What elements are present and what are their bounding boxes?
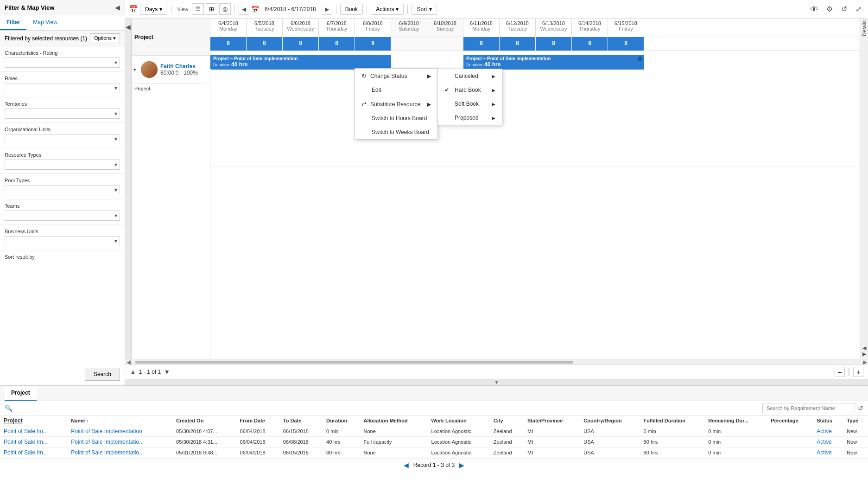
h-scrollbar[interactable]: ◀ ▶ <box>125 359 868 364</box>
filter-org-units-select[interactable] <box>5 134 120 144</box>
next-date-button[interactable]: ▶ <box>322 4 332 15</box>
bottom-search-icon-button[interactable]: 🔍 <box>5 404 13 412</box>
zoom-out-btn[interactable]: – <box>835 367 845 377</box>
resource-row-toggle[interactable]: ▾ <box>132 56 138 83</box>
row-1-name-link[interactable]: Point of Sale Implementatio... <box>71 439 144 445</box>
filter-roles-select[interactable] <box>5 83 120 93</box>
submenu-hard-book[interactable]: ✔ Hard Book ▶ <box>438 83 502 97</box>
hour-cell-10: 8 <box>572 37 608 51</box>
bottom-panel-toggle[interactable]: ▼ <box>125 379 868 385</box>
submenu-proposed[interactable]: Proposed ▶ <box>438 111 502 125</box>
sort-button[interactable]: Sort ▾ <box>412 4 437 15</box>
date-col-1: 6/5/2018 Tuesday <box>247 19 283 37</box>
filter-pool-types-select[interactable] <box>5 185 120 195</box>
filter-teams-select[interactable] <box>5 211 120 221</box>
col-country[interactable]: Country/Region <box>580 415 640 426</box>
menu-item-change-status[interactable]: ↻ Change Status ▶ Canceled ▶ ✔ Hard Book… <box>355 69 437 83</box>
search-button[interactable]: Search <box>85 368 120 381</box>
date-col-11: 6/15/2018 Friday <box>608 19 644 37</box>
col-type[interactable]: Type <box>843 415 868 426</box>
filter-business-units-select[interactable] <box>5 236 120 246</box>
row-0-name-link[interactable]: Point of Sale Implementation <box>71 428 142 434</box>
col-work-location[interactable]: Work Location <box>428 415 490 426</box>
row-1-state: MI <box>524 437 580 447</box>
col-allocation-method[interactable]: Allocation Method <box>360 415 427 426</box>
col-status[interactable]: Status <box>813 415 843 426</box>
col-from-date[interactable]: From Date <box>236 415 279 426</box>
top-right-icons: 👁 ⚙ ↺ ⤢ <box>808 3 864 15</box>
refresh-list-button[interactable]: ↺ <box>858 404 863 412</box>
row-2-status: Active <box>813 447 843 458</box>
scroll-right-btn[interactable]: ▶ <box>862 359 868 364</box>
canceled-check-icon <box>444 73 451 79</box>
filter-resource-types-select[interactable] <box>5 160 120 170</box>
eye-icon-button[interactable]: 👁 <box>808 3 821 15</box>
grid-view-button[interactable]: ⊞ <box>206 3 217 15</box>
col-percentage[interactable]: Percentage <box>767 415 813 426</box>
chart-view-button[interactable]: ◎ <box>219 3 231 15</box>
table-header: Project Name ↑ Created On From Date To D… <box>0 415 868 426</box>
refresh-icon-button[interactable]: ↺ <box>838 3 850 15</box>
col-city[interactable]: City <box>490 415 524 426</box>
tab-filter[interactable]: Filter <box>0 15 26 30</box>
col-name[interactable]: Name ↑ <box>67 415 172 426</box>
col-created-on[interactable]: Created On <box>172 415 236 426</box>
list-view-button[interactable]: ☰ <box>192 3 204 15</box>
col-state[interactable]: State/Province <box>524 415 580 426</box>
nav-down-btn[interactable]: ▼ <box>164 368 170 376</box>
col-duration[interactable]: Duration <box>323 415 360 426</box>
row-1-status-link[interactable]: Active <box>817 439 832 445</box>
expand-icon-button[interactable]: ⤢ <box>853 3 864 15</box>
filter-characteristics: Characteristics - Rating <box>0 46 125 72</box>
hour-cell-11: 8 <box>608 37 644 51</box>
settings-icon-button[interactable]: ⚙ <box>824 3 836 15</box>
toolbar-sep-1 <box>171 5 171 14</box>
row-2-name-link[interactable]: Point of Sale Implementatio... <box>71 449 144 456</box>
booking-bar-1[interactable]: Project – Point of Sale implementation D… <box>210 55 391 70</box>
row-1-project-link[interactable]: Point of Sale Im... <box>4 439 48 445</box>
prev-record-button[interactable]: ◀ <box>404 461 409 469</box>
scroll-thumb[interactable] <box>135 361 573 364</box>
main-layout: Filter & Map View ◀ Filter Map View Filt… <box>0 0 868 492</box>
row-0-state: MI <box>524 426 580 437</box>
booking-bar-2[interactable]: Project – Point of Sale implementation D… <box>463 55 644 70</box>
col-toggle[interactable]: ◀ <box>125 19 132 359</box>
submenu-soft-book[interactable]: Soft Book ▶ <box>438 97 502 111</box>
next-record-button[interactable]: ▶ <box>459 461 464 469</box>
actions-button[interactable]: Actions ▾ <box>371 4 404 15</box>
row-2-work-location: Location Agnostic <box>428 447 490 458</box>
grid-scroll-area[interactable]: 6/4/2018 Monday 6/5/2018 Tuesday 6/6/201… <box>210 19 860 359</box>
prev-date-button[interactable]: ◀ <box>239 4 249 15</box>
right-panel-toggle[interactable]: Details ◀ ▶ <box>860 19 868 359</box>
row-1-from: 06/04/2018 <box>236 437 279 447</box>
requirement-search-input[interactable] <box>762 403 855 413</box>
col-fulfilled[interactable]: Fulfilled Duration <box>640 415 705 426</box>
filter-territories-select[interactable] <box>5 109 120 119</box>
row-2-to: 06/15/2018 <box>279 447 323 458</box>
row-0-project-link[interactable]: Point of Sale Im... <box>4 428 48 434</box>
col-project[interactable]: Project <box>0 415 67 426</box>
submenu-canceled[interactable]: Canceled ▶ <box>438 69 502 83</box>
row-0-status-link[interactable]: Active <box>817 428 832 434</box>
menu-item-substitute-resource[interactable]: ⇄ Substitute Resource ▶ <box>355 97 437 111</box>
sidebar-collapse-button[interactable]: ◀ <box>115 4 120 11</box>
col-remaining[interactable]: Remaining Dur... <box>704 415 767 426</box>
days-button[interactable]: Days ▾ <box>140 4 167 15</box>
row-2-project-link[interactable]: Point of Sale Im... <box>4 449 48 456</box>
book-button[interactable]: Book <box>340 4 363 15</box>
nav-up-btn[interactable]: ▲ <box>130 368 136 376</box>
date-col-6: 6/10/2018 Sunday <box>427 19 463 37</box>
tab-map-view[interactable]: Map View <box>26 15 63 30</box>
menu-item-switch-weeks[interactable]: Switch to Weeks Board <box>355 125 437 139</box>
options-button[interactable]: Options ▾ <box>90 33 120 43</box>
scroll-left-btn[interactable]: ◀ <box>125 359 132 364</box>
tab-project[interactable]: Project <box>5 386 37 401</box>
col-to-date[interactable]: To Date <box>279 415 323 426</box>
row-2-status-link[interactable]: Active <box>817 449 832 456</box>
resource-name[interactable]: Faith Charles <box>160 63 198 70</box>
filter-characteristics-select[interactable] <box>5 58 120 68</box>
menu-item-switch-hours[interactable]: Switch to Hours Board <box>355 111 437 125</box>
menu-item-edit[interactable]: Edit <box>355 83 437 97</box>
view-label: View <box>175 6 190 12</box>
zoom-in-btn[interactable]: + <box>853 367 863 377</box>
